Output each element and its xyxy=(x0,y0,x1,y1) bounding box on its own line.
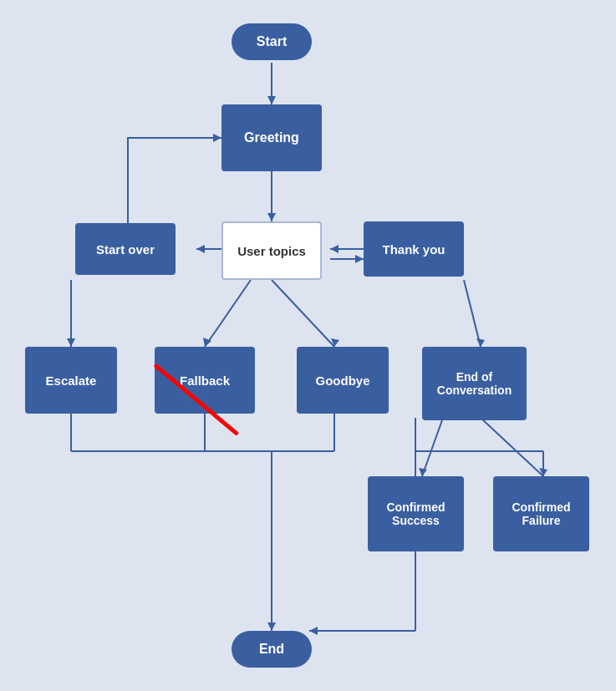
svg-marker-26 xyxy=(476,338,485,347)
goodbye-node: Goodbye xyxy=(297,347,389,414)
user-topics-node: User topics xyxy=(221,221,322,280)
svg-marker-33 xyxy=(309,627,318,635)
svg-marker-14 xyxy=(331,338,339,347)
svg-marker-10 xyxy=(213,134,221,142)
thank-you-node: Thank you xyxy=(364,221,464,277)
svg-line-11 xyxy=(205,280,251,347)
svg-marker-7 xyxy=(330,245,339,253)
start-node: Start xyxy=(232,23,312,60)
svg-marker-30 xyxy=(539,468,547,476)
svg-marker-9 xyxy=(355,255,364,263)
confirmed-failure-node: Confirmed Failure xyxy=(493,476,589,551)
svg-marker-3 xyxy=(267,213,276,221)
svg-line-13 xyxy=(272,280,334,347)
svg-marker-28 xyxy=(419,468,427,476)
svg-marker-5 xyxy=(196,245,205,253)
svg-marker-1 xyxy=(267,96,276,104)
svg-marker-16 xyxy=(67,338,75,347)
end-of-conversation-node: End of Conversation xyxy=(422,347,527,420)
svg-line-27 xyxy=(422,418,443,476)
escalate-node: Escalate xyxy=(25,347,117,414)
greeting-node: Greeting xyxy=(221,104,322,171)
end-node: End xyxy=(232,631,312,668)
confirmed-success-node: Confirmed Success xyxy=(368,476,464,551)
svg-marker-12 xyxy=(203,338,211,347)
svg-line-25 xyxy=(464,280,481,347)
flowchart: Start Greeting User topics Start over Th… xyxy=(0,0,616,691)
start-over-node: Start over xyxy=(75,223,176,275)
svg-marker-24 xyxy=(267,622,276,631)
svg-line-29 xyxy=(481,418,543,476)
